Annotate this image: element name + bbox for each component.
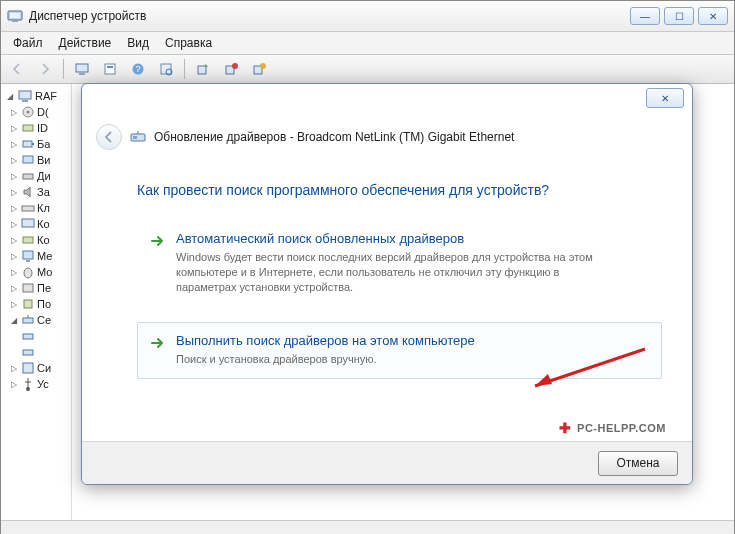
tree-node[interactable]: ▷Ко bbox=[3, 216, 71, 232]
toolbar-back-icon[interactable] bbox=[5, 57, 29, 81]
tree-node[interactable]: ▷Ме bbox=[3, 248, 71, 264]
svg-rect-38 bbox=[23, 363, 33, 373]
tree-node[interactable]: ▷Ба bbox=[3, 136, 71, 152]
tree-node[interactable]: ▷По bbox=[3, 296, 71, 312]
svg-marker-25 bbox=[24, 187, 30, 197]
tree-node[interactable]: ▷За bbox=[3, 184, 71, 200]
tree-node[interactable]: ▷Ус bbox=[3, 376, 71, 392]
back-button[interactable] bbox=[96, 124, 122, 150]
toolbar-sep bbox=[184, 59, 185, 79]
option-browse-computer[interactable]: Выполнить поиск драйверов на этом компью… bbox=[137, 322, 662, 380]
toolbar-disable-icon[interactable] bbox=[247, 57, 271, 81]
toolbar-sep bbox=[63, 59, 64, 79]
processor-icon bbox=[21, 297, 35, 311]
tree-node[interactable] bbox=[3, 344, 71, 360]
tree-node-label: Кл bbox=[37, 202, 50, 214]
menu-view[interactable]: Вид bbox=[119, 34, 157, 52]
expand-icon[interactable]: ▷ bbox=[9, 188, 19, 197]
battery-icon bbox=[21, 137, 35, 151]
expand-icon[interactable]: ▷ bbox=[9, 172, 19, 181]
tree-node-label: ID bbox=[37, 122, 48, 134]
minimize-button[interactable]: — bbox=[630, 7, 660, 25]
expand-icon[interactable]: ▷ bbox=[9, 236, 19, 245]
toolbar-update-icon[interactable] bbox=[191, 57, 215, 81]
titlebar: Диспетчер устройств — ☐ ✕ bbox=[1, 1, 734, 32]
tree-root[interactable]: ◢ RAF bbox=[3, 88, 71, 104]
toolbar-fwd-icon[interactable] bbox=[33, 57, 57, 81]
cancel-button[interactable]: Отмена bbox=[598, 451, 678, 476]
svg-text:?: ? bbox=[135, 64, 140, 74]
toolbar-uninstall-icon[interactable] bbox=[219, 57, 243, 81]
arrow-right-icon bbox=[150, 233, 166, 249]
toolbar-computer-icon[interactable] bbox=[70, 57, 94, 81]
expand-icon[interactable]: ▷ bbox=[9, 124, 19, 133]
svg-rect-33 bbox=[24, 300, 32, 308]
menu-help[interactable]: Справка bbox=[157, 34, 220, 52]
system-icon bbox=[21, 361, 35, 375]
tree-node-label: Ви bbox=[37, 154, 50, 166]
tree-node[interactable]: ▷Кл bbox=[3, 200, 71, 216]
collapse-icon[interactable]: ◢ bbox=[9, 316, 19, 325]
svg-rect-1 bbox=[10, 13, 20, 18]
toolbar-help-icon[interactable]: ? bbox=[126, 57, 150, 81]
usb-icon bbox=[21, 377, 35, 391]
tree-node[interactable]: ▷D( bbox=[3, 104, 71, 120]
tree-node[interactable]: ▷ID bbox=[3, 120, 71, 136]
tree-node-label: D( bbox=[37, 106, 49, 118]
device-tree[interactable]: ◢ RAF ▷D( ▷ID ▷Ба ▷Ви ▷Ди ▷За ▷Кл ▷Ко ▷К… bbox=[1, 84, 72, 520]
svg-rect-29 bbox=[23, 251, 33, 259]
tree-node-label: Пе bbox=[37, 282, 51, 294]
expand-icon[interactable]: ▷ bbox=[9, 156, 19, 165]
dialog-header: Обновление драйверов - Broadcom NetLink … bbox=[82, 120, 692, 162]
device-manager-window: Диспетчер устройств — ☐ ✕ Файл Действие … bbox=[0, 0, 735, 534]
expand-icon[interactable]: ▷ bbox=[9, 380, 19, 389]
dialog-question: Как провести поиск программного обеспече… bbox=[137, 182, 662, 198]
svg-rect-3 bbox=[76, 64, 88, 72]
svg-rect-28 bbox=[23, 237, 33, 243]
svg-point-19 bbox=[27, 111, 30, 114]
watermark-text: PC-HELPP.COM bbox=[577, 422, 666, 434]
svg-rect-17 bbox=[22, 100, 28, 102]
svg-rect-27 bbox=[22, 219, 34, 227]
expand-icon[interactable]: ▷ bbox=[9, 204, 19, 213]
option-auto-title: Автоматический поиск обновленных драйвер… bbox=[176, 231, 647, 246]
tree-node[interactable] bbox=[3, 328, 71, 344]
toolbar-properties-icon[interactable] bbox=[98, 57, 122, 81]
statusbar bbox=[1, 520, 734, 534]
tree-node-label: Ди bbox=[37, 170, 51, 182]
menu-file[interactable]: Файл bbox=[5, 34, 51, 52]
svg-rect-16 bbox=[19, 91, 31, 99]
svg-rect-41 bbox=[133, 136, 137, 139]
tree-node-label: Си bbox=[37, 362, 51, 374]
expand-icon[interactable]: ▷ bbox=[9, 108, 19, 117]
svg-point-15 bbox=[260, 63, 266, 69]
tree-node[interactable]: ▷Ди bbox=[3, 168, 71, 184]
svg-point-13 bbox=[232, 63, 238, 69]
expand-icon[interactable]: ▷ bbox=[9, 252, 19, 261]
tree-node[interactable]: ▷Мо bbox=[3, 264, 71, 280]
expand-icon[interactable]: ▷ bbox=[9, 300, 19, 309]
close-button[interactable]: ✕ bbox=[698, 7, 728, 25]
keyboard-icon bbox=[21, 201, 35, 215]
dialog-close-button[interactable]: ✕ bbox=[646, 88, 684, 108]
tree-node[interactable]: ▷Пе bbox=[3, 280, 71, 296]
expand-icon[interactable]: ▷ bbox=[9, 268, 19, 277]
expand-icon[interactable]: ▷ bbox=[9, 220, 19, 229]
maximize-button[interactable]: ☐ bbox=[664, 7, 694, 25]
svg-rect-26 bbox=[22, 206, 34, 211]
svg-rect-2 bbox=[12, 20, 18, 22]
expand-icon[interactable]: ▷ bbox=[9, 364, 19, 373]
svg-rect-20 bbox=[23, 125, 33, 131]
plus-icon: ✚ bbox=[559, 420, 572, 436]
expand-icon[interactable]: ▷ bbox=[9, 140, 19, 149]
menu-action[interactable]: Действие bbox=[51, 34, 120, 52]
option-auto-search[interactable]: Автоматический поиск обновленных драйвер… bbox=[137, 220, 662, 308]
collapse-icon[interactable]: ◢ bbox=[5, 92, 15, 101]
toolbar-scan-icon[interactable] bbox=[154, 57, 178, 81]
expand-icon[interactable]: ▷ bbox=[9, 284, 19, 293]
tree-node[interactable]: ▷Си bbox=[3, 360, 71, 376]
svg-point-31 bbox=[24, 268, 32, 278]
tree-node[interactable]: ◢Се bbox=[3, 312, 71, 328]
tree-node[interactable]: ▷Ви bbox=[3, 152, 71, 168]
tree-node[interactable]: ▷Ко bbox=[3, 232, 71, 248]
